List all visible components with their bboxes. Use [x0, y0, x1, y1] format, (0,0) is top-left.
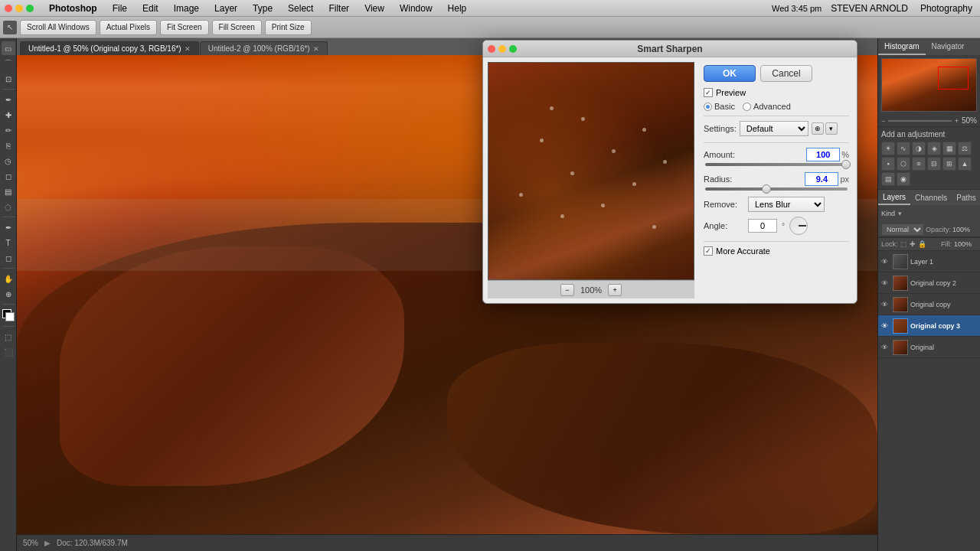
- app-menu[interactable]: Photoshop: [46, 3, 100, 14]
- amount-input[interactable]: [806, 148, 840, 161]
- history-tool[interactable]: ◷: [2, 154, 15, 168]
- fit-screen-button[interactable]: Fit Screen: [160, 20, 209, 35]
- histogram-tab[interactable]: Histogram: [878, 38, 926, 55]
- lock-pixels-icon[interactable]: ⬚: [900, 240, 907, 248]
- layers-tab-layers[interactable]: Layers: [878, 190, 910, 205]
- layer-item-orig-copy3[interactable]: 👁 Original copy 3: [878, 315, 980, 337]
- foreground-color[interactable]: [2, 309, 15, 321]
- workspace-selector[interactable]: Photography: [917, 3, 975, 14]
- navigator-tab[interactable]: Navigator: [926, 38, 971, 55]
- window-menu[interactable]: Window: [397, 3, 436, 14]
- layer-visibility-layer1[interactable]: 👁: [881, 258, 890, 266]
- gradient-map-icon[interactable]: ▤: [881, 172, 895, 186]
- zoom-in-button[interactable]: +: [955, 117, 959, 125]
- select-menu[interactable]: Select: [285, 3, 316, 14]
- brush-tool[interactable]: ✏: [2, 123, 15, 137]
- layer-visibility-orig-copy3[interactable]: 👁: [881, 322, 890, 330]
- window-controls[interactable]: [5, 5, 34, 12]
- cancel-button[interactable]: Cancel: [760, 65, 812, 82]
- selection-tool[interactable]: ▭: [2, 41, 15, 55]
- posterize-adj-icon[interactable]: ⊞: [942, 157, 956, 171]
- status-arrow[interactable]: ▶: [44, 539, 51, 547]
- quick-mask-tool[interactable]: ⬚: [2, 330, 15, 344]
- layer-visibility-orig-copy2[interactable]: 👁: [881, 279, 890, 287]
- hand-tool[interactable]: ✋: [2, 272, 15, 285]
- curves-adj-icon[interactable]: ∿: [897, 142, 910, 155]
- lock-position-icon[interactable]: ✚: [910, 240, 916, 248]
- tab-close-2[interactable]: ✕: [313, 45, 319, 53]
- layer-item-orig-copy2[interactable]: 👁 Original copy 2: [878, 272, 980, 294]
- basic-radio[interactable]: [704, 103, 712, 111]
- screen-mode[interactable]: ⬛: [2, 345, 15, 359]
- fill-screen-button[interactable]: Fill Screen: [212, 20, 262, 35]
- type-menu[interactable]: Type: [250, 3, 276, 14]
- settings-select[interactable]: Default: [740, 121, 808, 136]
- heal-tool[interactable]: ✚: [2, 108, 15, 122]
- minimize-button[interactable]: [15, 5, 23, 12]
- eraser-tool[interactable]: ◻: [2, 169, 15, 183]
- image-menu[interactable]: Image: [171, 3, 202, 14]
- scroll-all-windows-button[interactable]: Scroll All Windows: [20, 20, 96, 35]
- tab-close-1[interactable]: ✕: [185, 45, 191, 53]
- bw-adj-icon[interactable]: ▪: [881, 157, 895, 171]
- tab-untitled-1[interactable]: Untitled-1 @ 50% (Original copy 3, RGB/1…: [20, 41, 199, 55]
- exposure-adj-icon[interactable]: ◑: [912, 142, 926, 155]
- basic-radio-option[interactable]: Basic: [704, 102, 735, 111]
- gradient-tool[interactable]: ▤: [2, 184, 15, 198]
- preview-zoom-in-button[interactable]: +: [608, 284, 622, 296]
- dialog-close-button[interactable]: [488, 45, 495, 53]
- print-size-button[interactable]: Print Size: [265, 20, 312, 35]
- layer-visibility-original[interactable]: 👁: [881, 344, 890, 351]
- kind-icon[interactable]: ▾: [898, 210, 902, 217]
- layer-item-original[interactable]: 👁 Original: [878, 337, 980, 358]
- advanced-radio-option[interactable]: Advanced: [743, 102, 791, 111]
- settings-menu-icon[interactable]: ▾: [825, 122, 838, 135]
- angle-input[interactable]: [748, 219, 777, 233]
- selective-color-icon[interactable]: ◉: [897, 172, 910, 186]
- advanced-radio[interactable]: [743, 103, 751, 111]
- actual-pixels-button[interactable]: Actual Pixels: [100, 20, 157, 35]
- channel-mixer-icon[interactable]: ≡: [912, 157, 926, 171]
- brightness-adj-icon[interactable]: ☀: [881, 142, 895, 155]
- pen-tool[interactable]: ✒: [2, 220, 15, 234]
- clone-tool[interactable]: ⎘: [2, 139, 15, 152]
- hsl-adj-icon[interactable]: ▦: [942, 142, 956, 155]
- layers-tab-paths[interactable]: Paths: [952, 190, 980, 205]
- layers-tab-channels[interactable]: Channels: [910, 190, 952, 205]
- preview-zoom-out-button[interactable]: −: [560, 284, 574, 296]
- dialog-minimize-button[interactable]: [498, 45, 506, 53]
- crop-tool[interactable]: ⊡: [2, 72, 15, 86]
- ok-button[interactable]: OK: [704, 65, 756, 82]
- text-tool[interactable]: T: [2, 236, 15, 249]
- amount-slider-thumb[interactable]: [841, 160, 851, 169]
- edit-menu[interactable]: Edit: [139, 3, 162, 14]
- layer-visibility-orig-copy[interactable]: 👁: [881, 301, 890, 308]
- eyedropper-tool[interactable]: ✒: [2, 93, 15, 106]
- maximize-button[interactable]: [26, 5, 34, 12]
- layer-menu[interactable]: Layer: [211, 3, 240, 14]
- shape-tool[interactable]: ◻: [2, 251, 15, 265]
- lasso-tool[interactable]: ⌒: [2, 57, 15, 70]
- amount-slider-track[interactable]: [705, 163, 848, 166]
- radius-slider-track[interactable]: [705, 187, 848, 191]
- help-menu[interactable]: Help: [445, 3, 470, 14]
- vibrance-adj-icon[interactable]: ◈: [927, 142, 941, 155]
- zoom-out-button[interactable]: −: [881, 117, 885, 125]
- zoom-slider[interactable]: [888, 120, 951, 122]
- close-button[interactable]: [5, 5, 12, 12]
- tool-move[interactable]: ↖: [3, 21, 17, 34]
- blur-tool[interactable]: ◌: [2, 200, 15, 214]
- layer-item-orig-copy[interactable]: 👁 Original copy: [878, 294, 980, 315]
- settings-save-icon[interactable]: ⊕: [812, 122, 824, 135]
- view-menu[interactable]: View: [361, 3, 387, 14]
- preview-checkbox[interactable]: [704, 88, 713, 97]
- more-accurate-checkbox[interactable]: [704, 246, 713, 256]
- photo-filter-icon[interactable]: ⬡: [897, 157, 910, 171]
- lock-all-icon[interactable]: 🔒: [918, 240, 926, 248]
- filter-menu[interactable]: Filter: [325, 3, 352, 14]
- invert-adj-icon[interactable]: ⊟: [927, 157, 941, 171]
- navigator-thumbnail[interactable]: [881, 58, 977, 112]
- blend-mode-select[interactable]: Normal: [881, 223, 924, 236]
- radius-slider-thumb[interactable]: [762, 184, 771, 194]
- angle-dial[interactable]: [789, 217, 808, 235]
